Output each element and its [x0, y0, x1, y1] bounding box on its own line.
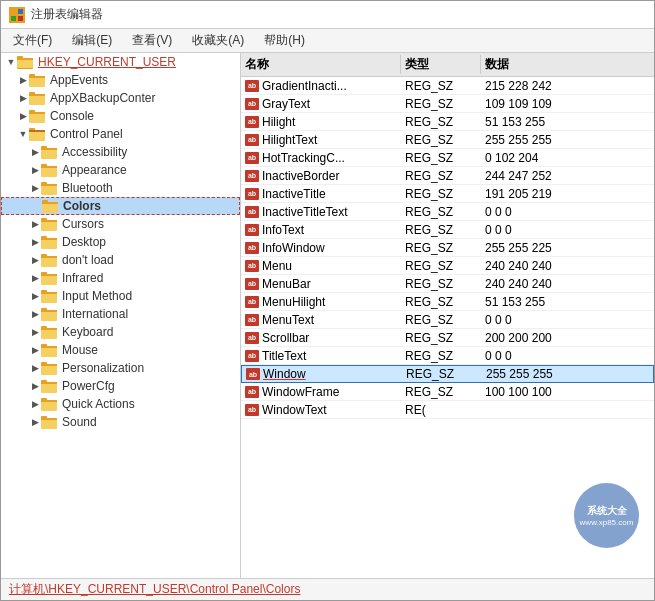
expand-icon[interactable]: ▶	[29, 326, 41, 338]
status-bar: 计算机\HKEY_CURRENT_USER\Control Panel\Colo…	[1, 578, 654, 600]
table-row[interactable]: abInfoText REG_SZ 0 0 0	[241, 221, 654, 239]
svg-rect-46	[41, 292, 57, 294]
folder-icon	[29, 109, 45, 123]
tree-item-inputmethod[interactable]: ▶ Input Method	[1, 287, 240, 305]
svg-rect-67	[41, 418, 57, 420]
tree-item-mouse[interactable]: ▶ Mouse	[1, 341, 240, 359]
expand-icon[interactable]: ▶	[29, 254, 41, 266]
menu-view[interactable]: 查看(V)	[124, 30, 180, 51]
tree-label: Cursors	[60, 217, 104, 231]
table-row[interactable]: abInactiveBorder REG_SZ 244 247 252	[241, 167, 654, 185]
expand-icon-root[interactable]: ▼	[5, 56, 17, 68]
expand-icon[interactable]: ▶	[29, 380, 41, 392]
reg-data: 244 247 252	[481, 168, 654, 184]
title-bar: 注册表编辑器	[1, 1, 654, 29]
reg-type: REG_SZ	[401, 78, 481, 94]
tree-item-sound[interactable]: ▶ Sound	[1, 413, 240, 431]
main-content: ▼ HKEY_CURRENT_USER ▶ AppEvents	[1, 53, 654, 578]
tree-item-dontload[interactable]: ▶ don't load	[1, 251, 240, 269]
tree-item-accessibility[interactable]: ▶ Accessibility	[1, 143, 240, 161]
reg-type-icon: ab	[245, 332, 259, 344]
reg-type: REG_SZ	[401, 294, 481, 310]
tree-label: Appearance	[60, 163, 127, 177]
reg-data: 191 205 219	[481, 186, 654, 202]
expand-icon[interactable]: ▶	[29, 308, 41, 320]
table-row[interactable]: abWindowFrame REG_SZ 100 100 100	[241, 383, 654, 401]
expand-icon[interactable]: ▶	[17, 74, 29, 86]
tree-item-international[interactable]: ▶ International	[1, 305, 240, 323]
tree-root[interactable]: ▼ HKEY_CURRENT_USER	[1, 53, 240, 71]
table-row[interactable]: abHilight REG_SZ 51 153 255	[241, 113, 654, 131]
table-row[interactable]: abMenuText REG_SZ 0 0 0	[241, 311, 654, 329]
menu-edit[interactable]: 编辑(E)	[64, 30, 120, 51]
tree-item-console[interactable]: ▶ Console	[1, 107, 240, 125]
table-row[interactable]: abHilightText REG_SZ 255 255 255	[241, 131, 654, 149]
expand-icon[interactable]: ▶	[29, 398, 41, 410]
tree-label: don't load	[60, 253, 114, 267]
reg-type-icon: ab	[245, 404, 259, 416]
expand-icon[interactable]: ▶	[29, 164, 41, 176]
folder-icon	[41, 397, 57, 411]
expand-icon[interactable]: ▶	[29, 290, 41, 302]
reg-type-icon: ab	[245, 314, 259, 326]
table-row[interactable]: abInfoWindow REG_SZ 255 255 225	[241, 239, 654, 257]
tree-item-appevents[interactable]: ▶ AppEvents	[1, 71, 240, 89]
reg-data: 51 153 255	[481, 114, 654, 130]
tree-item-controlpanel[interactable]: ▼ Control Panel	[1, 125, 240, 143]
tree-item-appxbackup[interactable]: ▶ AppXBackupConter	[1, 89, 240, 107]
table-row[interactable]: abGrayText REG_SZ 109 109 109	[241, 95, 654, 113]
tree-item-desktop[interactable]: ▶ Desktop	[1, 233, 240, 251]
folder-icon	[29, 91, 45, 105]
expand-icon[interactable]: ▶	[29, 236, 41, 248]
menu-favorites[interactable]: 收藏夹(A)	[184, 30, 252, 51]
expand-icon[interactable]: ▶	[29, 416, 41, 428]
table-row[interactable]: abMenu REG_SZ 240 240 240	[241, 257, 654, 275]
table-row[interactable]: abMenuBar REG_SZ 240 240 240	[241, 275, 654, 293]
reg-name: abScrollbar	[241, 330, 401, 346]
table-row[interactable]: abMenuHilight REG_SZ 51 153 255	[241, 293, 654, 311]
table-row[interactable]: abHotTrackingC... REG_SZ 0 102 204	[241, 149, 654, 167]
expand-icon[interactable]: ▶	[29, 362, 41, 374]
app-icon	[9, 7, 25, 23]
folder-icon	[41, 361, 57, 375]
folder-icon	[41, 163, 57, 177]
reg-type: REG_SZ	[401, 204, 481, 220]
menu-file[interactable]: 文件(F)	[5, 30, 60, 51]
tree-item-bluetooth[interactable]: ▶ Bluetooth	[1, 179, 240, 197]
reg-name: abHilightText	[241, 132, 401, 148]
table-row[interactable]: abInactiveTitleText REG_SZ 0 0 0	[241, 203, 654, 221]
table-row[interactable]: abWindowText RE(	[241, 401, 654, 419]
svg-rect-28	[41, 184, 57, 186]
reg-data: 0 0 0	[481, 204, 654, 220]
tree-item-appearance[interactable]: ▶ Appearance	[1, 161, 240, 179]
svg-rect-16	[29, 112, 45, 114]
tree-item-cursors[interactable]: ▶ Cursors	[1, 215, 240, 233]
menu-help[interactable]: 帮助(H)	[256, 30, 313, 51]
reg-name: abWindowText	[241, 402, 401, 418]
table-row[interactable]: abInactiveTitle REG_SZ 191 205 219	[241, 185, 654, 203]
expand-icon[interactable]: ▶	[29, 344, 41, 356]
tree-item-keyboard[interactable]: ▶ Keyboard	[1, 323, 240, 341]
tree-label: Sound	[60, 415, 97, 429]
table-row[interactable]: abTitleText REG_SZ 0 0 0	[241, 347, 654, 365]
expand-icon[interactable]: ▼	[17, 128, 29, 140]
svg-rect-7	[17, 58, 33, 60]
expand-icon[interactable]: ▶	[29, 218, 41, 230]
expand-icon[interactable]: ▶	[17, 110, 29, 122]
table-row[interactable]: abScrollbar REG_SZ 200 200 200	[241, 329, 654, 347]
table-row-window[interactable]: abWindow REG_SZ 255 255 255	[241, 365, 654, 383]
tree-item-colors[interactable]: Colors	[1, 197, 240, 215]
tree-item-powercfg[interactable]: ▶ PowerCfg	[1, 377, 240, 395]
expand-icon[interactable]: ▶	[29, 182, 41, 194]
expand-icon[interactable]	[30, 200, 42, 212]
svg-rect-10	[29, 76, 45, 78]
tree-item-quickactions[interactable]: ▶ Quick Actions	[1, 395, 240, 413]
folder-icon	[41, 217, 57, 231]
expand-icon[interactable]: ▶	[17, 92, 29, 104]
tree-item-infrared[interactable]: ▶ Infrared	[1, 269, 240, 287]
expand-icon[interactable]: ▶	[29, 146, 41, 158]
reg-data: 255 255 225	[481, 240, 654, 256]
expand-icon[interactable]: ▶	[29, 272, 41, 284]
table-row[interactable]: abGradientInacti... REG_SZ 215 228 242	[241, 77, 654, 95]
tree-item-personalization[interactable]: ▶ Personalization	[1, 359, 240, 377]
